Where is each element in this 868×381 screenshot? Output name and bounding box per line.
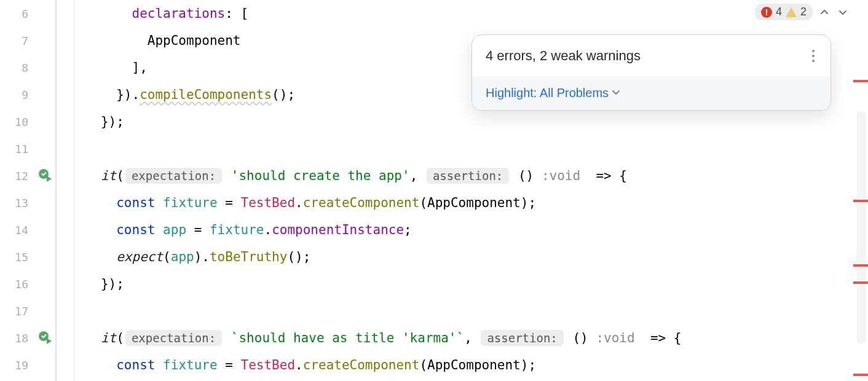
line-number: 15 — [15, 251, 50, 264]
error-count: 4 — [776, 6, 782, 18]
error-stripe[interactable] — [853, 374, 868, 376]
ident-fixture: fixture — [210, 222, 264, 237]
method-createComponent: createComponent — [303, 358, 420, 372]
code-line: const app = fixture . componentInstance … — [77, 216, 868, 243]
run-test-icon[interactable] — [38, 331, 53, 345]
ident-app: app — [171, 249, 194, 264]
property-declarations: declarations — [132, 6, 226, 21]
line-number: 13 — [15, 197, 50, 210]
code-line: }); — [77, 108, 868, 135]
code-line — [77, 297, 868, 324]
keyword-const: const — [116, 358, 155, 372]
error-stripe[interactable] — [853, 200, 868, 202]
class-ref: AppComponent — [148, 33, 241, 48]
param-hint-assertion: assertion: — [481, 330, 563, 346]
code-line: expect ( app ). toBeTruthy (); — [77, 243, 868, 270]
method-toBeTruthy: toBeTruthy — [210, 249, 287, 264]
param-hint-expectation: expectation: — [125, 168, 222, 184]
code-line: }); — [77, 270, 868, 297]
line-number: 9 — [22, 88, 50, 101]
string-literal: `should have as title 'karma'` — [231, 331, 464, 345]
highlight-label: Highlight: — [486, 86, 540, 100]
line-number: 19 — [15, 359, 50, 372]
return-type-hint: :void — [534, 168, 580, 183]
run-test-icon[interactable] — [38, 168, 53, 183]
method-createComponent: createComponent — [303, 195, 420, 210]
code-editor: 6 7 8 9 10 11 12 13 14 15 16 17 18 19 de… — [0, 0, 868, 381]
code-line: declarations: [ — [77, 0, 868, 27]
error-stripe[interactable] — [853, 264, 868, 267]
line-number: 8 — [22, 61, 50, 74]
call-it: it — [101, 168, 116, 183]
line-number: 10 — [15, 116, 50, 128]
code-line: const fixture = TestBed . createComponen… — [77, 352, 868, 379]
ident-app: app — [163, 222, 186, 237]
more-options-icon[interactable] — [810, 47, 817, 65]
highlight-value: All Problems — [540, 86, 609, 100]
arg-appcomponent: AppComponent — [427, 195, 521, 210]
code-line: const fixture = TestBed . createComponen… — [77, 189, 868, 216]
error-stripe[interactable] — [853, 281, 868, 284]
call-expect: expect — [116, 249, 163, 264]
prev-highlight-button[interactable] — [818, 6, 831, 19]
warning-count: 2 — [800, 6, 807, 18]
error-icon: ! — [761, 7, 772, 18]
return-type-hint: :void — [588, 331, 635, 345]
highlight-level-selector[interactable]: Highlight: All Problems — [472, 77, 831, 110]
line-number: 6 — [22, 7, 50, 20]
code-line: it ( expectation: `should have as title … — [77, 324, 868, 352]
inspection-popup: 4 errors, 2 weak warnings Highlight: All… — [471, 34, 831, 111]
inspection-counts-pill[interactable]: ! 4 2 — [755, 4, 813, 20]
class-TestBed: TestBed — [241, 195, 296, 210]
indent-guide — [74, 0, 74, 381]
scrollbar-thumb[interactable] — [856, 111, 866, 344]
line-number: 11 — [15, 143, 50, 155]
code-line — [77, 135, 868, 162]
warning-icon — [786, 7, 797, 17]
error-stripe-scrollbar[interactable] — [853, 0, 868, 381]
gutter: 6 7 8 9 10 11 12 13 14 15 16 17 18 19 — [0, 0, 55, 381]
inspection-popup-title: 4 errors, 2 weak warnings — [486, 48, 641, 64]
keyword-const: const — [116, 222, 155, 237]
code-area[interactable]: declarations: [ AppComponent ], }).compi… — [55, 0, 868, 381]
method-compileComponents: compileComponents — [140, 87, 272, 102]
line-number: 14 — [15, 224, 50, 237]
ident-fixture: fixture — [163, 195, 218, 210]
ident-fixture: fixture — [163, 358, 218, 372]
arg-appcomponent: AppComponent — [427, 358, 521, 372]
string-literal: 'should create the app' — [231, 168, 410, 183]
error-stripe[interactable] — [853, 80, 868, 82]
class-TestBed: TestBed — [241, 358, 296, 372]
chevron-down-icon — [611, 86, 621, 100]
call-it: it — [101, 331, 116, 345]
line-number: 16 — [15, 278, 50, 291]
code-line: it ( expectation: 'should create the app… — [77, 162, 868, 189]
keyword-const: const — [116, 195, 155, 210]
param-hint-assertion: assertion: — [427, 168, 509, 184]
line-number: 7 — [22, 34, 50, 47]
param-hint-expectation: expectation: — [125, 330, 222, 346]
inspection-summary-bar: ! 4 2 — [755, 4, 850, 20]
prop-componentInstance: componentInstance — [272, 222, 404, 237]
next-highlight-button[interactable] — [836, 6, 850, 19]
line-number: 17 — [15, 305, 50, 318]
